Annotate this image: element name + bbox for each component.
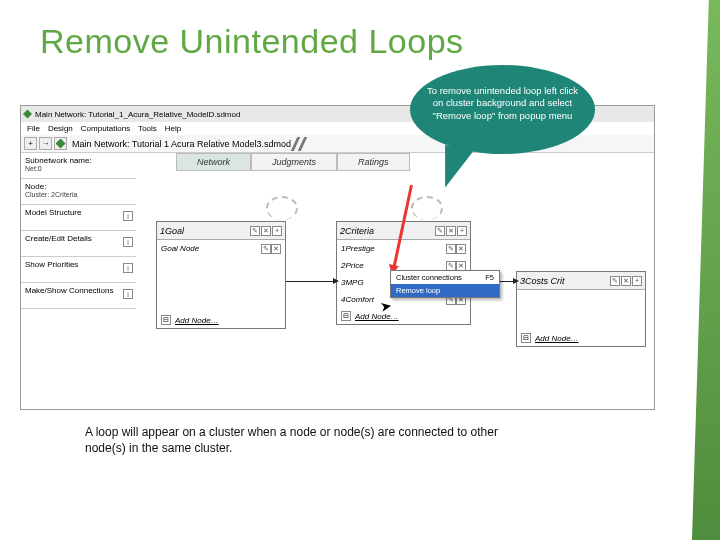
info-icon[interactable]: i: [123, 289, 133, 299]
callout-bubble: To remove unintended loop left click on …: [410, 65, 595, 154]
menu-file[interactable]: File: [27, 124, 40, 133]
tab-bar: Network Judgments Ratings: [176, 153, 410, 171]
cluster-costs[interactable]: 3Costs Crit ✎ ✕ + ⊟ Add Node…: [516, 271, 646, 347]
edit-icon[interactable]: ✎: [610, 276, 620, 286]
cluster-header[interactable]: 3Costs Crit ✎ ✕ +: [517, 272, 645, 290]
collapse-icon[interactable]: ⊟: [161, 315, 171, 325]
sidebar-subnetwork: Subnetwork name: Net:0: [21, 153, 136, 179]
label: Create/Edit Details: [25, 234, 132, 243]
close-icon[interactable]: ✕: [456, 244, 466, 254]
value: Cluster: 2Criteria: [25, 191, 132, 198]
application-window: Main Network: Tutorial_1_Acura_Relative_…: [20, 105, 655, 410]
connector-line: [286, 281, 336, 282]
label: Make/Show Connections: [25, 286, 132, 295]
tab-network[interactable]: Network: [176, 153, 251, 171]
cluster-footer: ⊟ Add Node…: [157, 312, 285, 328]
arrowhead-icon: [513, 278, 519, 284]
cluster-footer: ⊟ Add Node…: [517, 330, 645, 346]
close-icon[interactable]: ✕: [261, 226, 271, 236]
node-goal[interactable]: Goal Node ✎ ✕: [157, 240, 285, 257]
cluster-header[interactable]: 1Goal ✎ ✕ +: [157, 222, 285, 240]
cursor-icon: ➤: [379, 297, 394, 315]
self-loop-indicator: [266, 196, 298, 220]
slide-accent: [692, 0, 720, 540]
label: Node:: [25, 182, 132, 191]
cluster-title: 3Costs Crit: [520, 276, 610, 286]
info-icon[interactable]: i: [123, 211, 133, 221]
tab-ratings[interactable]: Ratings: [337, 153, 410, 171]
node-label: 1Prestige: [341, 244, 446, 253]
cluster-body[interactable]: [157, 257, 285, 312]
toolbar-plus-button[interactable]: +: [24, 137, 37, 150]
sidebar-create-edit[interactable]: Create/Edit Details i: [21, 231, 136, 257]
label: Subnetwork name:: [25, 156, 132, 165]
add-node-link[interactable]: Add Node…: [175, 316, 219, 325]
label: Model Structure: [25, 208, 132, 217]
menu-computations[interactable]: Computations: [81, 124, 130, 133]
plus-icon[interactable]: +: [632, 276, 642, 286]
plus-icon[interactable]: +: [272, 226, 282, 236]
menu-help[interactable]: Help: [165, 124, 181, 133]
cluster-goal[interactable]: 1Goal ✎ ✕ + Goal Node ✎ ✕ ⊟ Add Node…: [156, 221, 286, 329]
menu-design[interactable]: Design: [48, 124, 73, 133]
node-label: Goal Node: [161, 244, 261, 253]
toolbar-network-icon[interactable]: [54, 137, 67, 150]
menu-item-cluster-connections[interactable]: Cluster connections F5: [391, 271, 499, 284]
collapse-icon[interactable]: ⊟: [341, 311, 351, 321]
edit-icon[interactable]: ✎: [435, 226, 445, 236]
close-icon[interactable]: ✕: [271, 244, 281, 254]
cluster-footer: ⊟ Add Node…: [337, 308, 470, 324]
edit-icon[interactable]: ✎: [446, 244, 456, 254]
info-icon[interactable]: i: [123, 237, 133, 247]
label: Show Priorities: [25, 260, 132, 269]
add-node-link[interactable]: Add Node…: [535, 334, 579, 343]
cluster-title: 2Criteria: [340, 226, 435, 236]
menu-tools[interactable]: Tools: [138, 124, 157, 133]
sidebar-show-priorities[interactable]: Show Priorities i: [21, 257, 136, 283]
slide-footnote: A loop will appear on a cluster when a n…: [85, 425, 505, 456]
plus-icon: +: [28, 140, 33, 148]
toolbar-title: Main Network: Tutorial 1 Acura Relative …: [72, 139, 291, 149]
node-prestige[interactable]: 1Prestige ✎ ✕: [337, 240, 470, 257]
close-icon[interactable]: ✕: [456, 261, 466, 271]
tab-judgments[interactable]: Judgments: [251, 153, 337, 171]
close-icon[interactable]: ✕: [621, 276, 631, 286]
info-icon[interactable]: i: [123, 263, 133, 273]
self-loop-indicator: [411, 196, 443, 220]
cluster-title: 1Goal: [160, 226, 250, 236]
slide-title: Remove Unintended Loops: [0, 0, 720, 61]
menu-item-remove-loop[interactable]: Remove loop: [391, 284, 499, 297]
plus-icon[interactable]: +: [457, 226, 467, 236]
toolbar-arrow-button[interactable]: →: [39, 137, 52, 150]
sidebar-connections[interactable]: Make/Show Connections i: [21, 283, 136, 309]
sidebar-model-structure[interactable]: Model Structure i: [21, 205, 136, 231]
collapse-icon[interactable]: ⊟: [521, 333, 531, 343]
context-menu[interactable]: Cluster connections F5 Remove loop: [390, 270, 500, 298]
close-icon[interactable]: ✕: [446, 226, 456, 236]
edit-icon[interactable]: ✎: [250, 226, 260, 236]
edit-icon[interactable]: ✎: [261, 244, 271, 254]
arrowhead-icon: [333, 278, 339, 284]
window-title: Main Network: Tutorial_1_Acura_Relative_…: [35, 110, 240, 119]
value: Net:0: [25, 165, 132, 172]
cluster-body[interactable]: [517, 290, 645, 330]
menu-label: Cluster connections: [396, 273, 462, 282]
diamond-icon: [56, 139, 66, 149]
menu-label: Remove loop: [396, 286, 440, 295]
app-icon: [23, 110, 32, 119]
sidebar: Subnetwork name: Net:0 Node: Cluster: 2C…: [21, 153, 136, 309]
arrow-icon: →: [42, 140, 50, 148]
menu-shortcut: F5: [485, 273, 494, 282]
edit-icon[interactable]: ✎: [446, 261, 456, 271]
sidebar-node: Node: Cluster: 2Criteria: [21, 179, 136, 205]
callout-text: To remove unintended loop left click on …: [427, 85, 578, 121]
